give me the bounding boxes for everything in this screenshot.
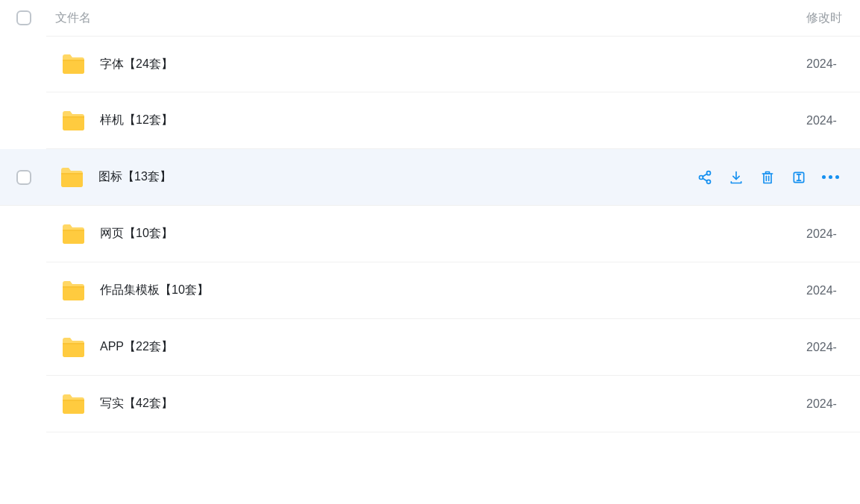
file-name[interactable]: 写实【42套】 — [98, 396, 806, 412]
file-list-container: 文件名 修改时 字体【24套】2024- 样机【12套】2024- 图标【13套… — [0, 0, 860, 432]
modified-date: 2024- — [806, 227, 851, 241]
more-icon — [822, 175, 839, 179]
file-name[interactable]: 图标【13套】 — [97, 169, 697, 185]
header-modtime[interactable]: 修改时 — [806, 10, 851, 26]
row-actions — [697, 170, 851, 185]
folder-icon-cell — [55, 280, 98, 301]
table-row[interactable]: 网页【10套】2024- — [46, 206, 860, 262]
svg-line-4 — [703, 178, 707, 181]
folder-icon-cell — [54, 167, 97, 188]
table-row[interactable]: APP【22套】2024- — [46, 319, 860, 376]
file-name[interactable]: 样机【12套】 — [98, 113, 806, 128]
select-all-checkbox[interactable] — [16, 10, 31, 25]
table-row[interactable]: 图标【13套】 — [0, 149, 860, 206]
table-row[interactable]: 样机【12套】2024- — [46, 92, 860, 149]
table-row[interactable]: 作品集模板【10套】2024- — [46, 262, 860, 319]
file-name[interactable]: 字体【24套】 — [98, 57, 806, 72]
file-name[interactable]: 网页【10套】 — [98, 226, 806, 242]
table-header: 文件名 修改时 — [0, 0, 860, 36]
header-filename[interactable]: 文件名 — [54, 10, 806, 26]
folder-icon-cell — [55, 394, 98, 415]
select-all-cell — [9, 10, 54, 25]
modified-date: 2024- — [806, 397, 851, 411]
modified-date: 2024- — [806, 284, 851, 297]
folder-icon — [61, 110, 85, 131]
folder-icon — [61, 394, 85, 415]
row-checkbox-cell — [9, 170, 54, 185]
file-name[interactable]: APP【22套】 — [98, 339, 806, 355]
share-button[interactable] — [697, 170, 712, 185]
delete-button[interactable] — [760, 170, 775, 185]
modified-date: 2024- — [806, 57, 851, 71]
folder-icon — [60, 167, 84, 188]
file-rows: 字体【24套】2024- 样机【12套】2024- 图标【13套】 — [0, 36, 860, 432]
folder-icon — [61, 54, 85, 75]
table-row[interactable]: 字体【24套】2024- — [46, 36, 860, 92]
rename-button[interactable] — [791, 170, 806, 185]
more-button[interactable] — [823, 170, 838, 185]
download-button[interactable] — [729, 170, 744, 185]
file-name[interactable]: 作品集模板【10套】 — [98, 283, 806, 298]
row-checkbox[interactable] — [16, 170, 31, 185]
folder-icon-cell — [55, 224, 98, 245]
modified-date: 2024- — [806, 341, 851, 354]
folder-icon — [61, 337, 85, 358]
table-row[interactable]: 写实【42套】2024- — [46, 376, 860, 432]
modified-date: 2024- — [806, 114, 851, 127]
folder-icon — [61, 280, 85, 301]
folder-icon-cell — [55, 337, 98, 358]
folder-icon — [61, 224, 85, 245]
svg-line-3 — [703, 174, 707, 177]
folder-icon-cell — [55, 110, 98, 131]
folder-icon-cell — [55, 54, 98, 75]
